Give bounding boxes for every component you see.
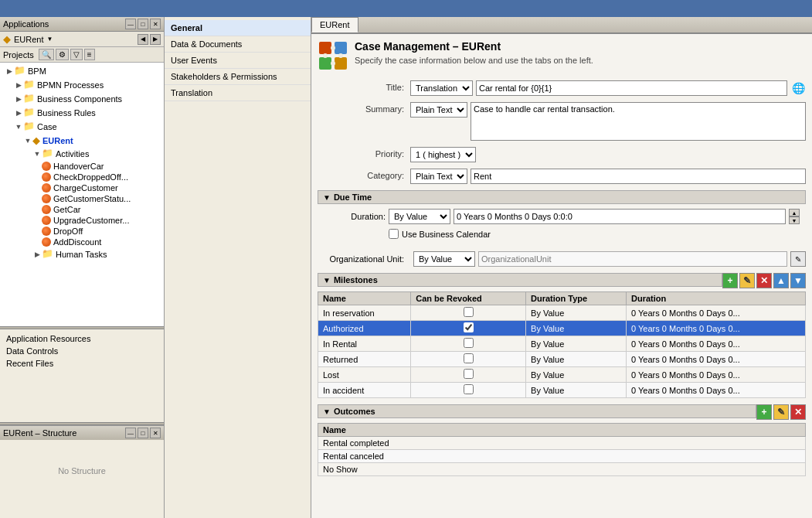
spin-down-btn[interactable]: ▼: [789, 216, 800, 224]
svg-point-7: [331, 61, 335, 66]
nav-item-stakeholders-&-permissions[interactable]: Stakeholders & Permissions: [165, 69, 311, 85]
milestone-row[interactable]: Returned By Value 0 Years 0 Months 0 Day…: [318, 352, 806, 367]
nav-item-user-events[interactable]: User Events: [165, 53, 311, 69]
case-toggle[interactable]: ▼: [14, 123, 23, 131]
tree-item-bpmn[interactable]: ▶ 📁 BPMN Processes: [2, 78, 162, 92]
milestone-del-btn[interactable]: ✕: [756, 273, 772, 288]
outcome-edit-btn[interactable]: ✎: [773, 404, 789, 420]
eurent-tab[interactable]: EURent: [311, 17, 358, 32]
tree-item-humantasks[interactable]: ▶ 📁 Human Tasks: [2, 247, 162, 261]
minimize-btn[interactable]: —: [125, 19, 136, 29]
milestone-row[interactable]: In accident By Value 0 Years 0 Months 0 …: [318, 383, 806, 398]
milestone-revoked-checkbox[interactable]: [464, 353, 474, 363]
outcomes-header[interactable]: ▼ Outcomes: [318, 404, 756, 418]
tree-item-bpm[interactable]: ▶ 📁 BPM: [2, 64, 162, 78]
outcome-row[interactable]: Rental completed: [318, 437, 806, 450]
milestone-row[interactable]: Lost By Value 0 Years 0 Months 0 Days 0.…: [318, 367, 806, 383]
duration-type-select[interactable]: By Value: [389, 209, 450, 224]
milestone-revoked-checkbox[interactable]: [464, 307, 474, 317]
org-unit-input[interactable]: [478, 251, 787, 267]
section-item[interactable]: Application Resources: [3, 332, 161, 345]
org-unit-type-select[interactable]: By Value: [413, 251, 475, 267]
tree-item-activity[interactable]: ChargeCustomer: [2, 182, 162, 193]
milestone-up-btn[interactable]: ▲: [773, 273, 789, 288]
tree-item-activity[interactable]: GetCar: [2, 204, 162, 215]
bizrules-toggle[interactable]: ▶: [14, 109, 23, 117]
category-type-select[interactable]: Plain Text: [410, 169, 467, 184]
bizcomp-toggle[interactable]: ▶: [14, 95, 23, 103]
milestone-dn-btn[interactable]: ▼: [790, 273, 806, 288]
tree-item-eurent[interactable]: ▼ ◆ EURent: [2, 134, 162, 147]
title-type-select[interactable]: Translation Plain Text: [410, 80, 473, 96]
milestone-row[interactable]: Authorized By Value 0 Years 0 Months 0 D…: [318, 321, 806, 336]
milestones-header[interactable]: ▼ Milestones: [318, 273, 722, 287]
category-input[interactable]: [471, 169, 806, 184]
milestone-add-btn[interactable]: +: [722, 273, 738, 288]
bpm-label: BPM: [28, 66, 46, 76]
milestone-duration: 0 Years 0 Months 0 Days 0...: [627, 321, 806, 336]
eurent-tree-toggle[interactable]: ▼: [23, 137, 32, 145]
tree-item-activities[interactable]: ▼ 📁 Activities: [2, 147, 162, 161]
duration-input[interactable]: [454, 209, 786, 224]
milestones-collapse-icon: ▼: [323, 276, 331, 285]
summary-type-select[interactable]: Plain Text: [410, 102, 467, 118]
nav-item-translation[interactable]: Translation: [165, 85, 311, 101]
search-btn[interactable]: 🔍: [39, 49, 54, 60]
spin-up-btn[interactable]: ▲: [789, 209, 800, 216]
tree-item-activity[interactable]: AddDiscount: [2, 237, 162, 247]
calendar-checkbox[interactable]: [389, 229, 399, 239]
tree-item-bizrules[interactable]: ▶ 📁 Business Rules: [2, 106, 162, 120]
nav-item-data-&-documents[interactable]: Data & Documents: [165, 36, 311, 53]
outcome-add-btn[interactable]: +: [756, 404, 772, 420]
tree-item-activity[interactable]: UpgradeCustomer...: [2, 215, 162, 226]
milestone-dtype: By Value: [526, 305, 627, 321]
tree-item-activity[interactable]: DropOff: [2, 226, 162, 237]
due-time-header[interactable]: ▼ Due Time: [318, 190, 806, 204]
globe-btn[interactable]: 🌐: [790, 80, 806, 96]
puzzle-icon: [318, 40, 348, 71]
milestone-edit-btn[interactable]: ✎: [739, 273, 755, 288]
activities-toggle[interactable]: ▼: [32, 150, 42, 158]
tree-item-activity[interactable]: GetCustomerStatu...: [2, 193, 162, 204]
milestone-duration: 0 Years 0 Months 0 Days 0...: [627, 383, 806, 398]
humantasks-toggle[interactable]: ▶: [32, 250, 42, 258]
close-btn[interactable]: ✕: [150, 19, 161, 29]
section-item[interactable]: Data Controls: [3, 345, 161, 357]
milestone-row[interactable]: In Rental By Value 0 Years 0 Months 0 Da…: [318, 336, 806, 352]
activities-label: Activities: [56, 149, 89, 158]
maximize-btn[interactable]: □: [138, 19, 148, 29]
outcome-del-btn[interactable]: ✕: [790, 404, 806, 420]
org-edit-btn[interactable]: ✎: [790, 251, 806, 267]
priority-select[interactable]: 1 ( highest ) 23: [410, 147, 476, 162]
filter-btn[interactable]: ⚙: [56, 49, 69, 60]
summary-label: Summary:: [318, 102, 410, 114]
milestone-revoked-checkbox[interactable]: [464, 338, 474, 348]
structure-min-btn[interactable]: —: [125, 428, 136, 438]
milestone-revoked-checkbox[interactable]: [464, 369, 474, 379]
tree-item-case[interactable]: ▼ 📁 Case: [2, 120, 162, 134]
tree-item-activity[interactable]: CheckDroppedOff...: [2, 172, 162, 182]
project-tree: ▶ 📁 BPM ▶ 📁 BPMN Processes ▶ 📁 Business …: [0, 63, 164, 326]
nav-back-btn[interactable]: ◀: [138, 34, 148, 45]
layout-btn[interactable]: ≡: [84, 49, 95, 60]
nav-fwd-btn[interactable]: ▶: [150, 34, 161, 45]
milestone-dtype: By Value: [526, 383, 627, 398]
structure-close-btn[interactable]: ✕: [150, 428, 161, 438]
outcome-row[interactable]: No Show: [318, 463, 806, 476]
tree-item-activity[interactable]: HandoverCar: [2, 161, 162, 172]
milestone-revoked-checkbox[interactable]: [464, 384, 474, 394]
milestone-revoked-checkbox[interactable]: [464, 322, 474, 332]
section-item[interactable]: Recent Files: [3, 357, 161, 370]
filter2-btn[interactable]: ▽: [70, 49, 83, 60]
title-input[interactable]: [476, 80, 787, 96]
milestone-dtype: By Value: [526, 367, 627, 383]
milestone-row[interactable]: In reservation By Value 0 Years 0 Months…: [318, 305, 806, 321]
case-folder-icon: 📁: [23, 121, 36, 133]
outcome-row[interactable]: Rental canceled: [318, 450, 806, 463]
bpmn-toggle[interactable]: ▶: [14, 81, 23, 89]
structure-max-btn[interactable]: □: [138, 428, 148, 438]
bpm-toggle[interactable]: ▶: [5, 67, 14, 75]
summary-textarea[interactable]: [471, 102, 806, 141]
tree-item-bizcomp[interactable]: ▶ 📁 Business Components: [2, 92, 162, 106]
nav-item-general[interactable]: General: [165, 20, 311, 36]
